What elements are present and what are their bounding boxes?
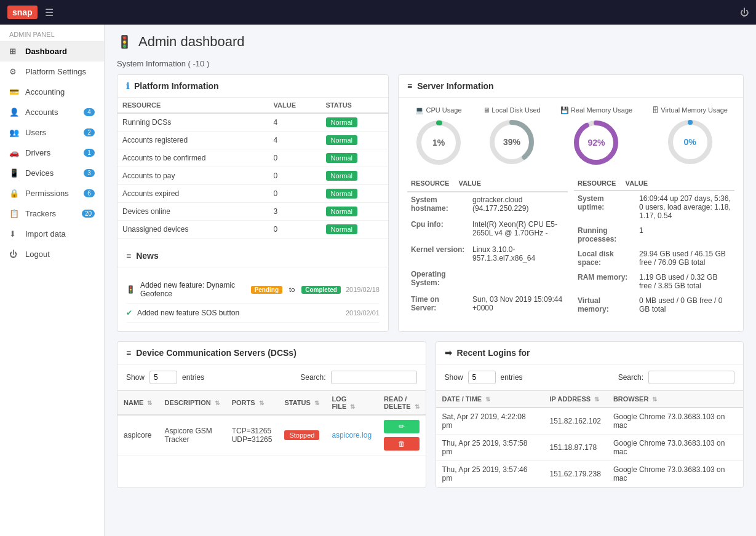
login-row-1: Sat, Apr 27 2019, 4:22:08 pm 151.82.162.… — [436, 408, 743, 435]
sidebar-item-accounts[interactable]: 👤 Accounts 4 — [0, 102, 104, 122]
sidebar-item-trackers[interactable]: 📋 Trackers 20 — [0, 203, 104, 224]
uptime-label: System uptime: — [574, 191, 635, 223]
logins-col-datetime[interactable]: DATE / TIME ⇅ — [436, 391, 544, 408]
os-value — [469, 267, 568, 291]
users-badge: 2 — [84, 128, 95, 136]
login-date-2: Thu, Apr 25 2019, 3:57:58 pm — [436, 435, 544, 461]
sidebar-item-label: Devices — [25, 168, 84, 178]
dcs-icon: ≡ — [126, 348, 131, 358]
sidebar-item-platform-settings[interactable]: ⚙ Platform Settings — [0, 61, 104, 82]
time-label: Time on Server: — [407, 292, 469, 317]
platform-row: Devices online 3 Normal — [117, 203, 388, 221]
vmem-value: 0% — [683, 137, 696, 147]
dcs-col-ports[interactable]: PORTS ⇅ — [226, 391, 279, 416]
platform-info-card: ℹ Platform Information RESOURCE VALUE ST… — [117, 74, 389, 332]
sidebar-item-accounting[interactable]: 💳 Accounting — [0, 82, 104, 102]
logins-col-ip[interactable]: IP ADDRESS ⇅ — [543, 391, 607, 408]
logins-entries-input[interactable] — [468, 371, 496, 384]
os-label: Operating System: — [407, 267, 469, 291]
vmem-label: 🗄 Virtual Memory Usage — [652, 106, 728, 114]
dcs-status-1: Stopped — [278, 415, 325, 455]
server-left-table: RESOURCE VALUE System hostname:gotracker… — [407, 176, 568, 317]
time-value: Sun, 03 Nov 2019 15:09:44 +0000 — [469, 292, 568, 317]
dcs-col-logfile[interactable]: LOGFILE ⇅ — [325, 391, 378, 416]
platform-row: Accounts to pay 0 Normal — [117, 167, 388, 185]
ram-value: 92% — [587, 138, 605, 148]
status-cell: Normal — [321, 185, 388, 203]
logins-icon: ➡ — [445, 348, 452, 358]
status-cell: Normal — [321, 113, 388, 132]
sidebar-item-devices[interactable]: 📱 Devices 3 — [0, 163, 104, 183]
hamburger-icon[interactable]: ☰ — [45, 7, 54, 18]
value-cell: 0 — [269, 167, 321, 185]
arrow-to: to — [289, 286, 295, 293]
logins-search-input[interactable] — [648, 371, 734, 384]
server-details: RESOURCE VALUE System hostname:gotracker… — [407, 176, 734, 317]
gauges-row: 💻 CPU Usage 1% 🖥 Local Dis — [407, 106, 734, 167]
server-info-body: 💻 CPU Usage 1% 🖥 Local Dis — [399, 98, 743, 325]
dcs-title: Device Communication Servers (DCSs) — [136, 348, 296, 358]
sidebar-item-label: Accounts — [25, 108, 84, 117]
snap-logo: snap — [7, 6, 38, 19]
bottom-row: ≡ Device Communication Servers (DCSs) Sh… — [117, 341, 744, 488]
news-item-2: ✔ Added new feature SOS button 2019/02/0… — [126, 304, 380, 323]
sidebar-item-label: Logout — [25, 250, 95, 259]
permissions-badge: 6 — [84, 189, 95, 197]
news-item-icon-2: ✔ — [126, 309, 132, 317]
users-icon: 👥 — [9, 128, 20, 137]
platform-info-header: ℹ Platform Information — [117, 75, 388, 98]
news-item-text-1: Added new feature: Dynamic Geofence — [140, 281, 246, 298]
trackers-icon: 📋 — [9, 209, 20, 218]
accounts-badge: 4 — [84, 108, 95, 116]
sidebar-item-drivers[interactable]: 🚗 Drivers 1 — [0, 143, 104, 163]
server-info-header: ≡ Server Information — [399, 75, 743, 98]
sidebar-item-users[interactable]: 👥 Users 2 — [0, 122, 104, 143]
cpu-info-value: Intel(R) Xeon(R) CPU E5-2650L v4 @ 1.70G… — [469, 217, 568, 242]
uptime-value: 16:09:44 up 207 days, 5:36, 0 users, loa… — [635, 191, 734, 223]
disk-space-value: 29.94 GB used / 46.15 GB free / 76.09 GB… — [635, 246, 734, 270]
dcs-edit-button[interactable]: ✏ — [384, 420, 419, 433]
dcs-ports-1: TCP=31265UDP=31265 — [226, 415, 279, 455]
platform-row: Accounts expired 0 Normal — [117, 185, 388, 203]
dcs-col-name[interactable]: NAME ⇅ — [117, 391, 158, 416]
server-info-card: ≡ Server Information 💻 CPU Usage — [398, 74, 744, 332]
recent-logins-card: ➡ Recent Logins for Show entries Search:… — [436, 341, 744, 488]
cpu-gauge: 💻 CPU Usage 1% — [414, 106, 463, 167]
dcs-entries-input[interactable] — [149, 371, 177, 384]
logins-col-browser[interactable]: BROWSER ⇅ — [607, 391, 743, 408]
power-icon[interactable]: ⏻ — [740, 7, 749, 17]
disk-value: 39% — [503, 137, 520, 147]
sidebar-item-permissions[interactable]: 🔒 Permissions 6 — [0, 183, 104, 203]
login-ip-2: 151.18.87.178 — [543, 435, 607, 461]
sidebar-item-dashboard[interactable]: ⊞ Dashboard — [0, 41, 104, 61]
dcs-col-description[interactable]: DESCRIPTION ⇅ — [158, 391, 225, 416]
news-header: ≡ News — [117, 245, 388, 267]
sidebar-item-import-data[interactable]: ⬇ Import data — [0, 224, 104, 244]
sidebar: Admin Panel ⊞ Dashboard ⚙ Platform Setti… — [0, 25, 105, 536]
value-cell: 4 — [269, 113, 321, 132]
login-browser-2: Google Chrome 73.0.3683.103 on mac — [607, 435, 743, 461]
dcs-desc-1: Aspicore GSM Tracker — [158, 415, 225, 455]
status-badge: Normal — [326, 171, 357, 181]
server-info-title: Server Information — [417, 81, 493, 91]
dcs-logfile-1[interactable]: aspicore.log — [325, 415, 378, 455]
dcs-col-status[interactable]: STATUS ⇅ — [278, 391, 325, 416]
accounting-icon: 💳 — [9, 87, 20, 97]
logins-controls: Show entries Search: — [436, 365, 743, 390]
sidebar-item-logout[interactable]: ⏻ Logout — [0, 244, 104, 264]
dcs-search-input[interactable] — [331, 371, 417, 384]
news-body: 🚦 Added new feature: Dynamic Geofence Pe… — [117, 267, 388, 331]
status-cell: Normal — [321, 221, 388, 238]
status-cell: Normal — [321, 149, 388, 167]
dcs-header: ≡ Device Communication Servers (DCSs) — [117, 342, 426, 365]
ram-label-t: RAM memory: — [574, 270, 635, 293]
sidebar-item-label: Import data — [25, 229, 95, 238]
resource-cell: Accounts expired — [117, 185, 269, 203]
value-cell: 3 — [269, 203, 321, 221]
platform-row: Accounts to be confirmed 0 Normal — [117, 149, 388, 167]
resource-cell: Accounts to be confirmed — [117, 149, 269, 167]
kernel-value: Linux 3.10.0-957.1.3.el7.x86_64 — [469, 242, 568, 267]
news-title: News — [136, 251, 159, 261]
dcs-delete-button[interactable]: 🗑 — [384, 437, 419, 451]
dcs-col-readdelete[interactable]: READ /DELETE ⇅ — [378, 391, 425, 416]
